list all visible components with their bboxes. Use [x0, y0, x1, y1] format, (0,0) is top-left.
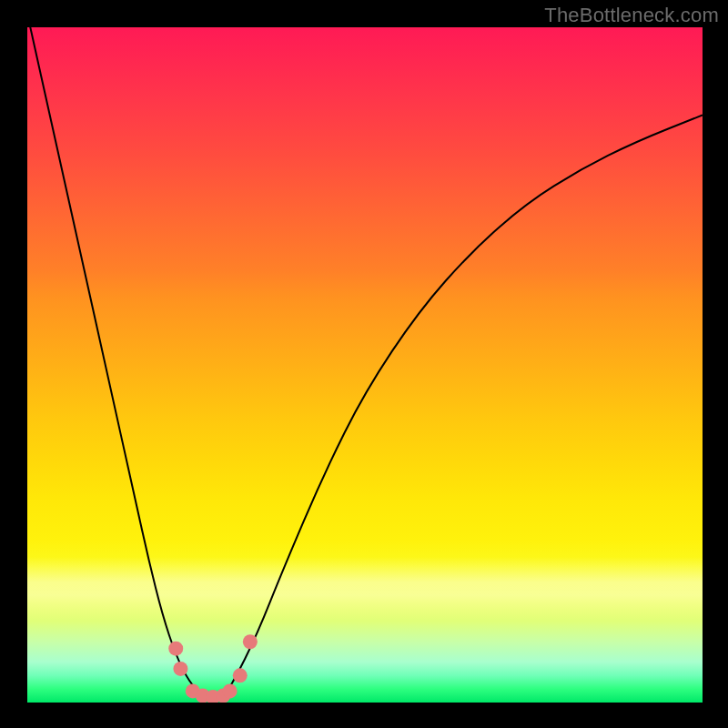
haze-band: [27, 557, 703, 621]
data-marker: [173, 662, 187, 676]
data-marker: [243, 634, 258, 649]
bottleneck-curve: [27, 27, 703, 698]
plot-area: [27, 27, 703, 703]
data-marker: [223, 683, 238, 698]
curve-svg: [27, 27, 703, 703]
data-marker: [206, 690, 220, 703]
data-marker: [196, 689, 210, 703]
data-marker: [168, 642, 183, 656]
chart-frame: TheBottleneck.com: [0, 0, 728, 728]
data-marker: [233, 668, 248, 682]
data-marker: [186, 683, 200, 698]
data-marker: [216, 689, 230, 703]
watermark-text: TheBottleneck.com: [544, 4, 719, 27]
marker-group: [168, 634, 258, 703]
